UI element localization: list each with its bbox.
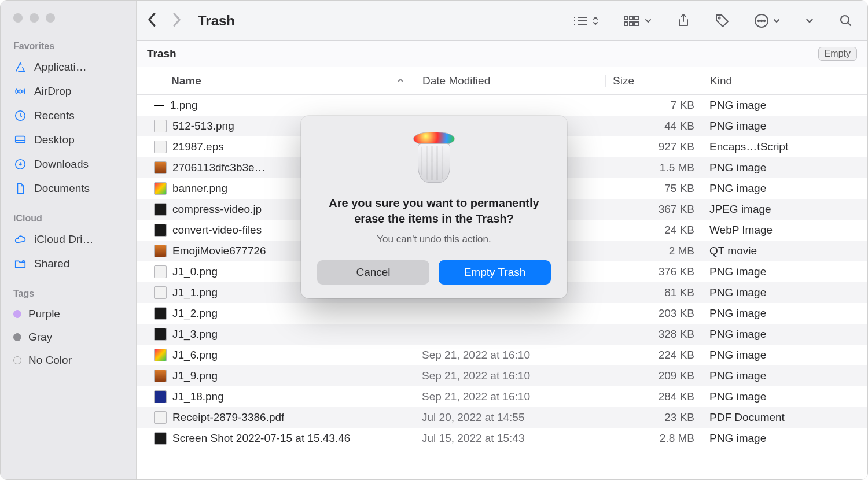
file-icon [154, 245, 167, 257]
column-header-date[interactable]: Date Modified [415, 75, 605, 87]
file-size: 203 KB [605, 307, 703, 320]
clock-icon [13, 109, 27, 123]
trash-full-icon [413, 131, 455, 183]
column-header-kind[interactable]: Kind [703, 75, 867, 87]
zoom-window-button[interactable] [46, 13, 55, 23]
file-size: 1.5 MB [605, 161, 703, 174]
file-date: Sep 21, 2022 at 16:10 [415, 390, 605, 403]
svg-rect-2 [16, 136, 25, 143]
file-kind: PNG image [703, 286, 867, 299]
file-size: 927 KB [605, 141, 703, 153]
file-name: J1_6.png [172, 349, 218, 361]
file-name: 512-513.png [172, 120, 234, 132]
file-name: J1_2.png [172, 307, 218, 320]
file-icon [154, 224, 167, 237]
file-icon [154, 411, 167, 424]
share-button[interactable] [676, 13, 690, 29]
file-size: 2 MB [605, 245, 703, 257]
sidebar-item-downloads[interactable]: Downloads [1, 152, 136, 176]
empty-trash-dialog: Are you sure you want to permanently era… [301, 116, 567, 298]
search-button[interactable] [838, 13, 854, 28]
file-name: Receipt-2879-3386.pdf [172, 411, 284, 424]
dialog-heading: Are you sure you want to permanently era… [317, 195, 551, 227]
svg-point-0 [19, 90, 22, 93]
file-size: 209 KB [605, 370, 703, 382]
file-size: 44 KB [605, 120, 703, 132]
column-header-size[interactable]: Size [605, 75, 703, 87]
location-bar: Trash Empty [137, 41, 867, 67]
sidebar-item-icloud-drive[interactable]: iCloud Dri… [1, 227, 136, 252]
table-row[interactable]: J1_18.pngSep 21, 2022 at 16:10284 KBPNG … [137, 386, 867, 407]
file-icon [154, 105, 164, 106]
file-date: Jul 15, 2022 at 15:43 [415, 432, 605, 445]
file-size: 376 KB [605, 265, 703, 278]
file-kind: PNG image [703, 265, 867, 278]
file-icon [154, 182, 167, 195]
sidebar-tag-no-color[interactable]: No Color [1, 349, 136, 372]
sidebar-item-airdrop[interactable]: AirDrop [1, 79, 136, 104]
svg-point-15 [764, 20, 765, 21]
shared-folder-icon [13, 257, 27, 271]
table-row[interactable]: J1_2.png203 KBPNG image [137, 303, 867, 324]
svg-rect-9 [630, 22, 633, 25]
sidebar-item-applications[interactable]: Applicati… [1, 55, 136, 79]
nav-forward-button[interactable] [171, 12, 182, 29]
sidebar-item-documents[interactable]: Documents [1, 176, 136, 201]
view-list-button[interactable] [572, 14, 599, 27]
table-row[interactable]: J1_9.pngSep 21, 2022 at 16:10209 KBPNG i… [137, 365, 867, 386]
sidebar-section-tags: Tags [1, 284, 136, 302]
column-headers: Name Date Modified Size Kind [137, 67, 867, 95]
tags-button[interactable] [715, 13, 730, 28]
cancel-button[interactable]: Cancel [317, 260, 429, 285]
group-by-button[interactable] [623, 14, 652, 27]
file-kind: Encaps…tScript [703, 141, 867, 153]
window-controls [1, 10, 136, 36]
file-size: 81 KB [605, 286, 703, 299]
file-icon [154, 141, 167, 153]
empty-trash-button[interactable]: Empty [818, 47, 857, 61]
sidebar-item-desktop[interactable]: Desktop [1, 128, 136, 152]
dialog-body: You can't undo this action. [317, 234, 551, 245]
file-size: 284 KB [605, 390, 703, 403]
file-name: J1_9.png [172, 370, 218, 382]
nav-back-button[interactable] [147, 12, 157, 29]
table-row[interactable]: Receipt-2879-3386.pdfJul 20, 2022 at 14:… [137, 407, 867, 428]
table-row[interactable]: Screen Shot 2022-07-15 at 15.43.46Jul 15… [137, 428, 867, 449]
file-kind: PNG image [703, 99, 867, 112]
sidebar-section-favorites: Favorites [1, 36, 136, 55]
table-row[interactable]: J1_6.pngSep 21, 2022 at 16:10224 KBPNG i… [137, 345, 867, 365]
close-window-button[interactable] [13, 13, 23, 23]
sidebar-tag-purple[interactable]: Purple [1, 302, 136, 326]
file-kind: PNG image [703, 328, 867, 341]
table-row[interactable]: 1.png7 KBPNG image [137, 95, 867, 116]
svg-rect-10 [635, 22, 638, 25]
download-icon [13, 157, 27, 171]
file-name: Screen Shot 2022-07-15 at 15.43.46 [172, 432, 350, 445]
sort-ascending-icon [396, 75, 415, 87]
airdrop-icon [13, 84, 27, 98]
file-kind: PNG image [703, 307, 867, 320]
file-icon [154, 286, 167, 299]
file-name: convert-video-files [172, 224, 262, 237]
minimize-window-button[interactable] [30, 13, 39, 23]
toolbar-overflow-button[interactable] [805, 16, 814, 25]
file-icon [154, 370, 167, 382]
file-kind: JPEG image [703, 203, 867, 216]
applications-icon [13, 60, 27, 74]
cloud-icon [13, 232, 27, 246]
file-kind: PNG image [703, 432, 867, 445]
column-header-name[interactable]: Name [147, 75, 415, 87]
sidebar-tag-gray[interactable]: Gray [1, 326, 136, 349]
file-name: 21987.eps [172, 141, 224, 153]
sidebar-item-recents[interactable]: Recents [1, 104, 136, 128]
sidebar-item-shared[interactable]: Shared [1, 252, 136, 276]
empty-trash-confirm-button[interactable]: Empty Trash [439, 260, 551, 285]
file-icon [154, 349, 167, 361]
more-actions-button[interactable] [754, 13, 781, 28]
table-row[interactable]: J1_3.png328 KBPNG image [137, 324, 867, 345]
file-icon [154, 390, 167, 403]
toolbar-title: Trash [198, 13, 235, 29]
file-name: 2706113dfc3b3e… [172, 161, 266, 174]
svg-point-11 [719, 17, 720, 19]
file-size: 75 KB [605, 182, 703, 195]
